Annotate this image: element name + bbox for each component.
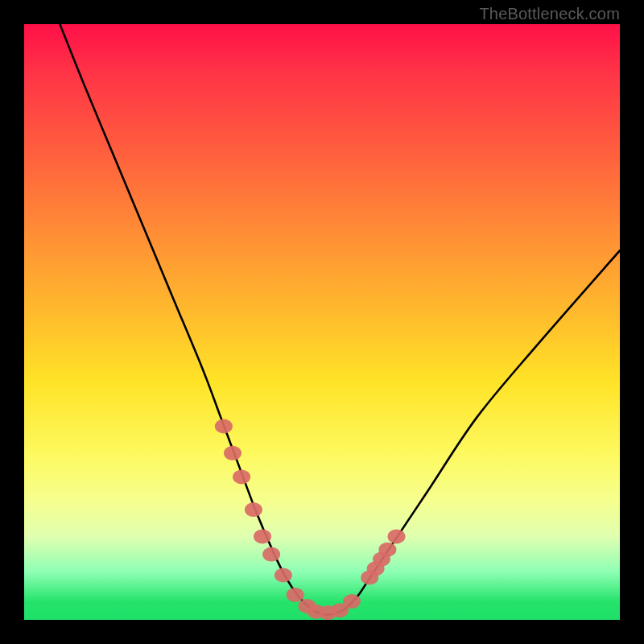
bottleneck-chart-svg <box>24 24 620 620</box>
highlighted-point <box>254 529 271 543</box>
highlighted-point <box>378 543 396 557</box>
highlighted-point <box>262 547 280 562</box>
highlighted-point <box>287 588 304 602</box>
highlighted-point <box>343 594 361 609</box>
highlighted-point <box>275 568 292 583</box>
chart-frame: TheBottleneck.com <box>0 0 644 644</box>
highlighted-point <box>388 529 406 543</box>
highlighted-point <box>224 446 242 460</box>
highlighted-points-group <box>215 419 406 621</box>
plot-area <box>24 24 620 620</box>
highlighted-point <box>245 502 262 517</box>
highlighted-point <box>233 469 250 484</box>
bottleneck-curve-line <box>60 24 620 615</box>
watermark-text: TheBottleneck.com <box>479 5 620 23</box>
highlighted-point <box>215 419 233 434</box>
